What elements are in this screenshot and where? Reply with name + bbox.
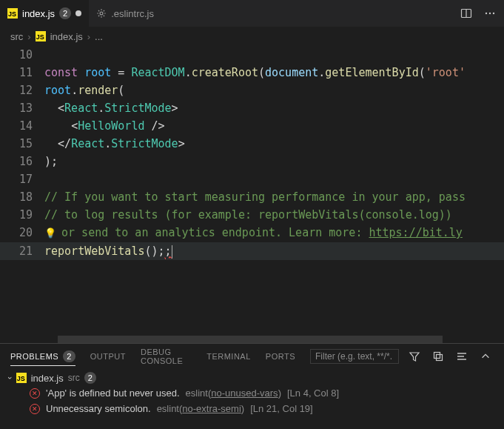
tab-debug-console[interactable]: DEBUG CONSOLE bbox=[141, 345, 192, 368]
error-icon: ✕ bbox=[30, 404, 40, 414]
file-name: index.js bbox=[31, 373, 64, 384]
code-line[interactable]: // to log results (for example: reportWe… bbox=[44, 206, 504, 224]
problem-message: 'App' is defined but never used. bbox=[46, 388, 180, 399]
svg-rect-7 bbox=[437, 355, 443, 361]
code-line[interactable]: const root = ReactDOM.createRoot(documen… bbox=[44, 64, 504, 82]
split-editor-icon[interactable] bbox=[458, 5, 474, 21]
problem-item[interactable]: ✕ 'App' is defined but never used. eslin… bbox=[6, 385, 498, 401]
line-number: 16 bbox=[0, 153, 44, 170]
problems-count-badge: 2 bbox=[63, 350, 75, 362]
line-number: 17 bbox=[0, 170, 44, 188]
code-line[interactable]: // If you want to start measuring perfor… bbox=[44, 188, 504, 206]
code-line[interactable]: <React.StrictMode> bbox=[44, 99, 504, 117]
chevron-right-icon: › bbox=[27, 31, 30, 42]
line-number: 19 bbox=[0, 206, 44, 224]
problem-item[interactable]: ✕ Unnecessary semicolon. eslint(no-extra… bbox=[6, 401, 498, 416]
error-icon: ✕ bbox=[30, 388, 40, 399]
problems-filter-input[interactable] bbox=[310, 349, 399, 364]
tab-bar: JS index.js 2 .eslintrc.js bbox=[0, 0, 504, 27]
code-line[interactable]: root.render( bbox=[44, 82, 504, 99]
js-icon: JS bbox=[36, 31, 46, 41]
collapse-all-icon[interactable] bbox=[430, 348, 446, 365]
dirty-indicator-icon bbox=[75, 10, 81, 16]
problem-location: [Ln 21, Col 19] bbox=[250, 403, 313, 414]
svg-rect-6 bbox=[434, 353, 440, 359]
js-icon: JS bbox=[16, 373, 27, 383]
line-number: 15 bbox=[0, 135, 44, 153]
more-actions-icon[interactable] bbox=[482, 5, 498, 21]
breadcrumb[interactable]: src › JS index.js › ... bbox=[0, 27, 504, 46]
line-number: 10 bbox=[0, 46, 44, 64]
breadcrumb-part[interactable]: src bbox=[10, 31, 23, 42]
code-line[interactable] bbox=[44, 46, 504, 64]
file-problem-count: 2 bbox=[84, 372, 96, 384]
svg-point-0 bbox=[100, 12, 103, 15]
panel: PROBLEMS 2 OUTPUT DEBUG CONSOLE TERMINAL… bbox=[0, 343, 504, 429]
problem-location: [Ln 4, Col 8] bbox=[287, 388, 339, 399]
tab-terminal[interactable]: TERMINAL bbox=[206, 349, 251, 364]
tab-index-js[interactable]: JS index.js 2 bbox=[0, 0, 89, 27]
problem-source: eslint(no-extra-semi) bbox=[157, 403, 245, 414]
chevron-right-icon: › bbox=[87, 31, 90, 42]
breadcrumb-part[interactable]: ... bbox=[95, 31, 103, 42]
tab-output[interactable]: OUTPUT bbox=[90, 349, 126, 364]
line-number: 11 bbox=[0, 64, 44, 82]
problem-source: eslint(no-unused-vars) bbox=[186, 388, 281, 399]
panel-tab-bar: PROBLEMS 2 OUTPUT DEBUG CONSOLE TERMINAL… bbox=[0, 344, 504, 369]
breadcrumb-part[interactable]: index.js bbox=[50, 31, 83, 42]
tab-badge: 2 bbox=[59, 7, 71, 19]
svg-point-4 bbox=[489, 13, 491, 14]
problem-message: Unnecessary semicolon. bbox=[46, 403, 151, 414]
code-line[interactable]: reportWebVitals();; bbox=[44, 242, 504, 260]
problems-file-row[interactable]: › JS index.js src 2 bbox=[6, 370, 498, 385]
horizontal-scrollbar[interactable] bbox=[58, 336, 443, 343]
tab-label: index.js bbox=[22, 8, 55, 19]
line-number: 13 bbox=[0, 99, 44, 117]
line-number: 18 bbox=[0, 188, 44, 206]
config-icon bbox=[96, 8, 107, 19]
line-number: 21 bbox=[0, 242, 44, 260]
svg-point-5 bbox=[493, 13, 494, 14]
lightbulb-icon[interactable]: 💡 bbox=[44, 225, 55, 242]
chevron-down-icon: › bbox=[6, 376, 15, 379]
problems-tree: › JS index.js src 2 ✕ 'App' is defined b… bbox=[0, 369, 504, 418]
tab-label: .eslintrc.js bbox=[111, 8, 154, 19]
line-number: 12 bbox=[0, 82, 44, 99]
svg-point-3 bbox=[485, 13, 487, 14]
code-line[interactable]: </React.StrictMode> bbox=[44, 135, 504, 153]
line-number: 20 bbox=[0, 224, 44, 242]
tab-problems[interactable]: PROBLEMS 2 bbox=[10, 347, 75, 366]
file-dir: src bbox=[68, 373, 80, 383]
chevron-up-icon[interactable] bbox=[477, 348, 494, 365]
code-line[interactable] bbox=[44, 170, 504, 188]
code-line[interactable]: 💡 or send to an analytics endpoint. Lear… bbox=[44, 224, 504, 242]
code-line[interactable]: <HelloWorld /> bbox=[44, 117, 504, 135]
text-cursor bbox=[172, 245, 172, 259]
tab-ports[interactable]: PORTS bbox=[266, 349, 295, 364]
js-icon: JS bbox=[7, 8, 18, 19]
tab-eslintrc[interactable]: .eslintrc.js bbox=[89, 0, 161, 27]
line-number: 14 bbox=[0, 117, 44, 135]
editor[interactable]: 10 11const root = ReactDOM.createRoot(do… bbox=[0, 46, 504, 343]
code-line[interactable]: ); bbox=[44, 153, 504, 170]
filter-icon[interactable] bbox=[406, 348, 423, 365]
view-as-list-icon[interactable] bbox=[454, 348, 470, 365]
